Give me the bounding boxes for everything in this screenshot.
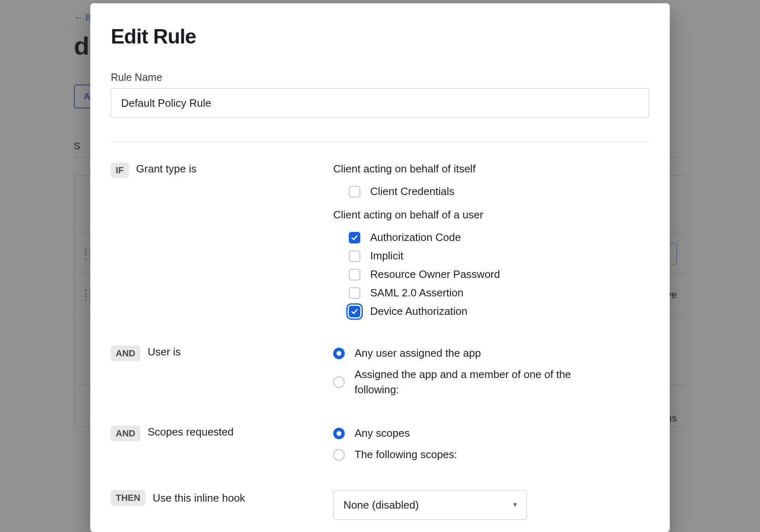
radio-member-of-label: Assigned the app and a member of one of …	[355, 367, 593, 398]
checkbox-saml-assertion-label: SAML 2.0 Assertion	[370, 287, 463, 299]
inline-hook-select[interactable]: None (disabled) ▼	[333, 490, 527, 520]
checkbox-saml-assertion[interactable]	[349, 287, 360, 299]
condition-inline-hook: THEN Use this inline hook None (disabled…	[111, 490, 649, 520]
checkbox-device-authorization-label: Device Authorization	[370, 305, 467, 318]
checkbox-row-implicit: Implicit	[349, 250, 649, 262]
radio-any-user-label: Any user assigned the app	[355, 346, 481, 361]
section-divider	[111, 142, 649, 142]
radio-row-any-scopes: Any scopes	[333, 426, 649, 441]
checkbox-implicit-label: Implicit	[370, 250, 403, 262]
inline-hook-select-value: None (disabled)	[343, 499, 419, 511]
condition-user-is: AND User is Any user assigned the app As…	[111, 346, 649, 404]
condition-scopes-label: Scopes requested	[148, 426, 234, 438]
radio-member-of[interactable]	[333, 376, 345, 388]
condition-scopes: AND Scopes requested Any scopes The foll…	[111, 426, 649, 468]
checkbox-authorization-code[interactable]	[349, 232, 360, 243]
condition-tag-then: THEN	[111, 490, 145, 506]
checkbox-row-saml-assertion: SAML 2.0 Assertion	[349, 287, 649, 299]
radio-row-member-of: Assigned the app and a member of one of …	[333, 367, 649, 398]
checkbox-row-resource-owner-password: Resource Owner Password	[349, 268, 649, 281]
group-self-title: Client acting on behalf of itself	[333, 163, 649, 175]
radio-any-scopes-label: Any scopes	[355, 426, 410, 441]
checkbox-row-device-authorization: Device Authorization	[349, 305, 649, 318]
condition-grant-type-label: Grant type is	[136, 163, 197, 175]
chevron-down-icon: ▼	[512, 501, 518, 509]
radio-row-any-user: Any user assigned the app	[333, 346, 649, 361]
condition-tag-and-scopes: AND	[111, 426, 140, 441]
radio-any-scopes[interactable]	[333, 428, 345, 439]
checkbox-row-authorization-code: Authorization Code	[349, 231, 649, 244]
modal-title: Edit Rule	[111, 25, 649, 48]
edit-rule-modal: Edit Rule Rule Name IF Grant type is Cli…	[90, 3, 670, 532]
radio-following-scopes[interactable]	[333, 449, 345, 461]
radio-any-user[interactable]	[333, 348, 345, 359]
condition-inline-hook-label: Use this inline hook	[153, 492, 245, 504]
group-user-title: Client acting on behalf of a user	[333, 209, 649, 221]
condition-tag-if: IF	[111, 163, 129, 178]
checkbox-device-authorization[interactable]	[349, 306, 360, 317]
radio-row-following-scopes: The following scopes:	[333, 447, 649, 463]
condition-grant-type: IF Grant type is Client acting on behalf…	[111, 163, 649, 323]
checkbox-row-client-credentials: Client Credentials	[349, 185, 649, 198]
condition-tag-and-user: AND	[111, 346, 140, 361]
rule-name-field: Rule Name	[111, 71, 649, 118]
condition-user-is-label: User is	[148, 346, 181, 358]
radio-following-scopes-label: The following scopes:	[355, 447, 457, 463]
checkbox-client-credentials-label: Client Credentials	[370, 185, 454, 198]
checkbox-client-credentials[interactable]	[349, 186, 360, 197]
rule-name-input[interactable]	[111, 88, 649, 118]
rule-name-label: Rule Name	[111, 71, 649, 83]
checkbox-resource-owner-password[interactable]	[349, 269, 360, 280]
checkbox-implicit[interactable]	[349, 250, 360, 262]
checkbox-authorization-code-label: Authorization Code	[370, 231, 461, 244]
checkbox-resource-owner-password-label: Resource Owner Password	[370, 268, 500, 281]
